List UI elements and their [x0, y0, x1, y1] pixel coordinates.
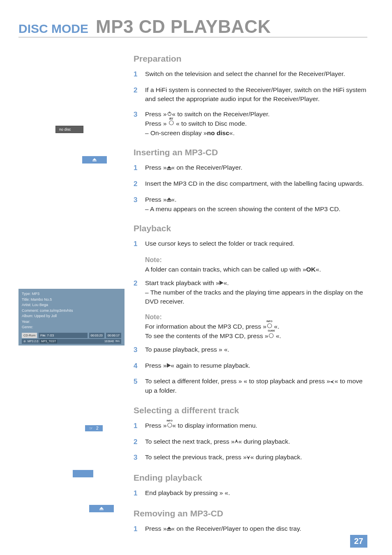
category-label: DISC MODE — [18, 22, 88, 36]
status-t1: 00:03:23 — [89, 333, 104, 338]
svg-rect-3 — [99, 509, 104, 510]
playback-step-2: 2 Start track playback with »«. – The nu… — [134, 279, 367, 306]
page-title: MP3 CD PLAYBACK — [96, 16, 271, 37]
guide-button-icon: GUIDE — [268, 332, 274, 341]
svg-marker-19 — [167, 527, 171, 529]
eject-icon — [167, 164, 171, 173]
page-number: 27 — [350, 535, 367, 548]
section-ending: Ending playback — [134, 473, 367, 483]
status-t2: 00:00:17 — [106, 333, 121, 338]
info-artist: Artist: Lou Bega — [22, 302, 121, 308]
sidebar: no disc Type: MP3 Title: Mambo No.5 Arti… — [18, 54, 121, 540]
section-selecting: Selecting a different track — [134, 405, 367, 415]
stop-button-graphic — [73, 470, 93, 477]
info-button-icon: INFO — [167, 421, 173, 431]
svg-point-12 — [267, 324, 272, 328]
svg-rect-10 — [167, 201, 171, 202]
svg-marker-2 — [99, 507, 104, 509]
select-step-1: 1 Press »INFO« to display information me… — [134, 421, 367, 431]
removing-step-1: 1 Press »« on the Receiver/Player to ope… — [134, 524, 367, 534]
prep-step-3: 3 Press »« to switch on the Receiver/Pla… — [134, 110, 367, 138]
svg-marker-17 — [235, 439, 238, 444]
mp3-info-panel: Type: MP3 Title: Mambo No.5 Artist: Lou … — [18, 289, 125, 345]
svg-rect-20 — [167, 530, 171, 531]
svg-rect-1 — [92, 161, 97, 161]
track-icon: ☞ — [89, 426, 93, 431]
eject-button-graphic — [82, 156, 107, 164]
prep-step-1: 1Switch on the television and select the… — [134, 69, 367, 80]
playback-step-5: 5 To select a different folder, press » … — [134, 377, 367, 396]
main-content: Preparation 1Switch on the television an… — [134, 54, 367, 540]
playback-step-3: 3To pause playback, press » «. — [134, 345, 367, 355]
substatus-test: MP3_TEST — [40, 339, 57, 344]
select-step-3: 3 To select the previous track, press »«… — [134, 453, 367, 463]
svg-marker-0 — [92, 158, 97, 160]
status-file: File: 7 /23 — [39, 333, 87, 338]
svg-marker-11 — [219, 281, 224, 285]
play-icon — [219, 279, 224, 288]
playback-step-4: 4 Press »« again to resume playback. — [134, 361, 367, 371]
svg-rect-8 — [167, 169, 171, 170]
info-substatus-row: ⊘ MP3 2.0 MP3_TEST 163840 Bit/s — [22, 339, 121, 344]
prep-step-2: 2If a HiFi system is connected to the Re… — [134, 85, 367, 104]
svg-marker-18 — [247, 455, 250, 460]
section-inserting: Inserting an MP3-CD — [134, 147, 367, 157]
eject-icon — [167, 524, 171, 533]
section-removing: Removing an MP3-CD — [134, 509, 367, 518]
svg-marker-15 — [330, 380, 334, 384]
insert-step-2: 2Insert the MP3 CD in the disc compartme… — [134, 179, 367, 189]
up-arrow-icon — [235, 437, 238, 446]
svg-point-6 — [169, 121, 174, 125]
info-type: Type: MP3 — [22, 291, 121, 297]
play-icon — [167, 361, 171, 370]
left-arrow-icon — [330, 377, 334, 386]
substatus-rate: 163840 — [104, 339, 114, 344]
svg-point-16 — [167, 423, 172, 427]
ending-step-1: 1End playback by pressing » «. — [134, 488, 367, 499]
track-number: 2 — [96, 426, 99, 431]
substatus-unit: Bit/s — [115, 340, 120, 343]
av-button-icon: AV — [168, 119, 174, 128]
page-header: DISC MODE MP3 CD PLAYBACK — [18, 16, 367, 37]
info-status-row: CD-Rom File: 7 /23 00:03:23 00:00:17 — [22, 333, 121, 338]
info-year: Year: — [22, 319, 121, 325]
playback-note-1: Note: A folder can contain tracks, which… — [145, 255, 367, 274]
svg-marker-7 — [167, 166, 171, 168]
svg-marker-14 — [167, 363, 171, 368]
osd-no-disc: no disc — [55, 126, 83, 133]
status-src: CD-Rom — [22, 333, 37, 338]
svg-marker-9 — [167, 198, 171, 200]
substatus-icon: ⊘ — [23, 339, 26, 344]
select-step-2: 2 To select the next track, press »« dur… — [134, 437, 367, 447]
playback-step-1: 1Use cursor keys to select the folder or… — [134, 239, 367, 249]
insert-step-1: 1 Press »« on the Receiver/Player. — [134, 163, 367, 173]
info-genre: Genre: — [22, 325, 121, 330]
track-selector-graphic: ☞ 2 — [85, 425, 103, 431]
info-album: Album: Upped by Joll — [22, 313, 121, 319]
info-comment: Comment: come.to/mp3mtvhits — [22, 308, 121, 314]
section-playback: Playback — [134, 223, 367, 233]
eject-icon — [167, 195, 171, 204]
info-title: Title: Mambo No.5 — [22, 297, 121, 303]
substatus-mp3: MP3 2.0 — [28, 339, 38, 344]
playback-note-2: Note: For information about the MP3 CD, … — [145, 312, 367, 341]
section-preparation: Preparation — [134, 54, 367, 64]
insert-step-3: 3 Press »«. – A menu appears on the scre… — [134, 195, 367, 214]
down-arrow-icon — [247, 453, 250, 462]
svg-point-13 — [269, 333, 274, 338]
eject-button-graphic-2 — [89, 505, 114, 512]
